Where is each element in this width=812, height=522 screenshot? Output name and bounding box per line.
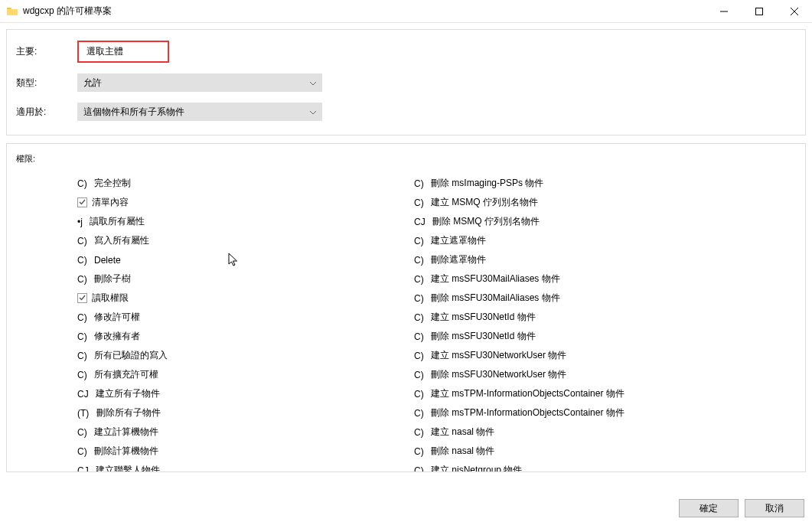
permission-item[interactable]: C) 刪除 nasal 物件 — [414, 442, 735, 461]
permission-item[interactable]: C) 刪除 msTPM-InformationObjectsContainer … — [414, 403, 735, 422]
permission-label: 修改擁有者 — [94, 330, 140, 343]
permission-item[interactable]: C) 修改許可權 — [77, 308, 399, 327]
permission-label: 完全控制 — [94, 177, 131, 190]
permission-item[interactable]: CJ 建立聯繫人物件 — [77, 461, 399, 472]
permission-prefix: C) — [77, 351, 90, 361]
permission-label: 刪除 msSFU30NetworkUser 物件 — [431, 368, 566, 381]
permission-label: 刪除 MSMQ 佇列別名物件 — [432, 215, 540, 228]
select-principal-link[interactable]: 選取主體 — [77, 41, 169, 63]
permission-label: 修改許可權 — [94, 311, 140, 324]
permission-label: 建立聯繫人物件 — [96, 464, 160, 472]
permission-item[interactable]: C) 所有擴充許可權 — [77, 365, 399, 384]
close-button[interactable] — [777, 0, 812, 23]
permission-item[interactable]: C) 刪除計算機物件 — [77, 442, 399, 461]
dialog-footer: 確定 取消 — [679, 499, 804, 517]
permission-prefix: C) — [77, 331, 90, 342]
checkbox[interactable] — [77, 293, 87, 303]
permission-item[interactable]: C) 刪除 msImaging-PSPs 物件 — [414, 174, 735, 193]
permission-item[interactable]: CJ 刪除 MSMQ 佇列別名物件 — [414, 212, 735, 231]
permission-label: 刪除 msSFU30MailAliases 物件 — [431, 292, 560, 305]
permission-prefix: C) — [414, 312, 426, 323]
titlebar: wdgcxp 的許可權專案 — [0, 0, 812, 23]
permission-item[interactable]: •j 讀取所有屬性 — [77, 212, 399, 231]
permissions-header: 權限: — [16, 153, 796, 165]
permissions-column-right: C) 刪除 msImaging-PSPs 物件C) 建立 MSMQ 佇列別名物件… — [414, 174, 735, 472]
permission-item[interactable]: C) 建立 MSMQ 佇列別名物件 — [414, 193, 735, 212]
minimize-button[interactable] — [706, 0, 742, 23]
applies-dropdown[interactable]: 這個物件和所有子系物件 — [77, 103, 322, 121]
permission-item[interactable]: C) 建立 nasal 物件 — [414, 422, 735, 442]
type-value: 允許 — [83, 77, 102, 90]
permission-label: 刪除 msSFU30NetId 物件 — [431, 330, 536, 343]
window-title: wdgcxp 的許可權專案 — [23, 5, 112, 18]
permission-item[interactable]: C) 建立 nisNetgroup 物件 — [414, 461, 735, 472]
permission-item[interactable]: C) 刪除子樹 — [77, 269, 399, 289]
permission-item[interactable]: C) 建立 msSFU30NetId 物件 — [414, 308, 735, 327]
permission-item[interactable]: C) 建立 msSFU30MailAliases 物件 — [414, 269, 735, 289]
permissions-panel: 權限: C) 完全控制清單內容•j 讀取所有屬性C) 寫入所有屬性C) Dele… — [6, 143, 806, 472]
permission-item[interactable]: C) 所有已驗證的寫入 — [77, 346, 399, 365]
permission-label: 讀取所有屬性 — [90, 215, 145, 228]
permission-prefix: C) — [414, 408, 426, 419]
permission-item[interactable]: C) 修改擁有者 — [77, 327, 399, 346]
permission-item[interactable]: C) 建立遮罩物件 — [414, 231, 735, 250]
permission-prefix: C) — [77, 370, 90, 380]
permission-label: 刪除計算機物件 — [94, 445, 158, 458]
permission-item[interactable]: C) 刪除遮罩物件 — [414, 250, 735, 269]
permission-label: 所有已驗證的寫入 — [94, 349, 168, 362]
folder-icon — [6, 5, 18, 18]
permission-prefix: C) — [77, 274, 90, 285]
permission-item[interactable]: C) 刪除 msSFU30NetworkUser 物件 — [414, 365, 735, 384]
permission-label: 刪除 msImaging-PSPs 物件 — [431, 177, 543, 190]
permission-item[interactable]: 讀取權限 — [77, 289, 399, 308]
permission-prefix: C) — [414, 255, 426, 266]
cancel-button[interactable]: 取消 — [745, 499, 804, 517]
maximize-button[interactable] — [742, 0, 777, 23]
permission-label: 建立 msSFU30MailAliases 物件 — [431, 272, 560, 285]
permissions-column-left: C) 完全控制清單內容•j 讀取所有屬性C) 寫入所有屬性C) DeleteC)… — [77, 174, 399, 472]
permission-prefix: C) — [414, 236, 426, 246]
permission-prefix: •j — [77, 217, 85, 227]
permission-prefix: C) — [77, 178, 90, 189]
permission-item[interactable]: C) 建立 msTPM-InformationObjectsContainer … — [414, 384, 735, 403]
permission-label: 寫入所有屬性 — [94, 234, 149, 247]
applies-value: 這個物件和所有子系物件 — [83, 106, 184, 119]
permission-label: 讀取權限 — [92, 292, 129, 305]
permission-prefix: CJ — [414, 217, 428, 227]
type-label: 類型: — [16, 77, 77, 90]
permission-prefix: C) — [414, 178, 426, 189]
permission-label: 刪除 msTPM-InformationObjectsContainer 物件 — [431, 406, 624, 419]
permission-prefix: (T) — [77, 408, 92, 419]
permission-label: 建立 nisNetgroup 物件 — [431, 464, 522, 472]
checkbox[interactable] — [77, 197, 87, 207]
permission-item[interactable]: C) 建立 msSFU30NetworkUser 物件 — [414, 346, 735, 365]
type-dropdown[interactable]: 允許 — [77, 73, 322, 92]
permission-prefix: C) — [77, 446, 90, 457]
permission-item[interactable]: C) 建立計算機物件 — [77, 422, 399, 442]
permission-label: 清單內容 — [92, 196, 129, 209]
permission-prefix: C) — [77, 236, 90, 246]
permission-label: 建立遮罩物件 — [431, 234, 486, 247]
permission-label: 建立所有子物件 — [96, 387, 160, 400]
chevron-down-icon — [310, 106, 316, 117]
permission-prefix: C) — [77, 427, 90, 438]
permission-item[interactable]: C) 寫入所有屬性 — [77, 231, 399, 250]
permission-prefix: C) — [414, 293, 426, 304]
permission-label: 建立計算機物件 — [94, 426, 158, 439]
permission-item[interactable]: C) 刪除 msSFU30MailAliases 物件 — [414, 289, 735, 308]
permission-label: 刪除 nasal 物件 — [431, 445, 494, 458]
permission-prefix: C) — [414, 446, 426, 457]
permission-item[interactable]: C) Delete — [77, 250, 399, 269]
permission-prefix: C) — [77, 312, 90, 323]
ok-button[interactable]: 確定 — [679, 499, 739, 517]
permission-label: 建立 msTPM-InformationObjectsContainer 物件 — [431, 387, 624, 400]
permission-item[interactable]: C) 完全控制 — [77, 174, 399, 193]
permission-prefix: CJ — [77, 465, 91, 473]
permission-label: 建立 msSFU30NetworkUser 物件 — [431, 349, 566, 362]
permission-item[interactable]: CJ 建立所有子物件 — [77, 384, 399, 403]
permission-label: 刪除子樹 — [94, 272, 131, 285]
permission-item[interactable]: C) 刪除 msSFU30NetId 物件 — [414, 327, 735, 346]
permission-item[interactable]: (T) 刪除所有子物件 — [77, 403, 399, 422]
permission-item[interactable]: 清單內容 — [77, 193, 399, 212]
permission-prefix: C) — [414, 331, 426, 342]
